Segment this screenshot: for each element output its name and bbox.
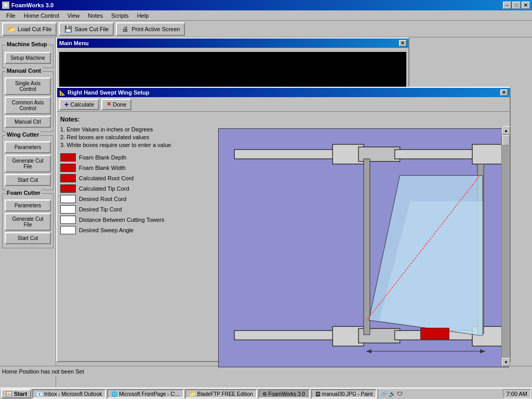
- svg-rect-4: [395, 150, 477, 159]
- legend-distance-label: Distance Between Cutting Towers: [79, 217, 164, 223]
- legend-calc-root-label: Calculated Root Cord: [79, 175, 134, 181]
- system-tray: 🔗 🔊 🛡: [378, 389, 405, 398]
- left-panel: Machine Setup Setup Machine Manual Cont …: [0, 37, 56, 388]
- save-cut-file-button[interactable]: 💾 Save Cut File: [59, 22, 114, 36]
- done-button[interactable]: ✕ Done: [101, 99, 131, 110]
- toolbar: 📂 Load Cut File 💾 Save Cut File 🖨 Print …: [0, 21, 532, 37]
- title-bar: ⚙ FoamWorks 3.0 ─ □ ✕: [0, 0, 532, 10]
- x-icon: ✕: [107, 101, 111, 108]
- foam-start-cut-button[interactable]: Start Cut: [5, 232, 51, 244]
- menu-scripts[interactable]: Scripts: [107, 11, 133, 20]
- legend-calc-tip-label: Calculated Tip Cord: [79, 185, 129, 192]
- close-button[interactable]: ✕: [522, 2, 530, 9]
- scroll-down-arrow[interactable]: ▼: [502, 358, 510, 366]
- dialog-close-button[interactable]: ✕: [500, 89, 508, 96]
- main-menu-title-text: Main Menu: [59, 40, 89, 46]
- legend-sweep-label: Desired Sweep Angle: [79, 227, 134, 233]
- taskbar-frontpage[interactable]: 🌐 Microsoft FrontPage - C:...: [107, 389, 184, 398]
- red-box-calc-tip: [60, 184, 76, 193]
- foam-cutter-group: Foam Cutter Parameters Generate CutFile …: [2, 193, 54, 248]
- taskbar-clock: 7:00 AM: [503, 389, 531, 398]
- load-cut-file-button[interactable]: 📂 Load Cut File: [2, 22, 57, 36]
- app-icon: ⚙: [2, 2, 9, 9]
- common-axis-control-button[interactable]: Common AxisControl: [5, 97, 51, 114]
- save-icon: 💾: [64, 25, 72, 33]
- legend-calc-root: Calculated Root Cord: [60, 174, 216, 182]
- print-active-screen-button[interactable]: 🖨 Print Active Screen: [116, 22, 185, 36]
- calculate-button[interactable]: + Calculate: [59, 99, 99, 110]
- main-menu-content: [57, 48, 408, 92]
- red-box-calc-root: [60, 174, 76, 182]
- menu-bar: File Home Control View Notes Scripts Hel…: [0, 10, 532, 21]
- outlook-icon: 📧: [36, 391, 43, 397]
- taskbar-foamworks[interactable]: ⚙ FoamWorks 3.0: [258, 389, 310, 398]
- notes-item-1: 1. Enter Values in inches or Degrees: [60, 126, 216, 132]
- taskbar-outlook[interactable]: 📧 Inbox - Microsoft Outlook: [32, 389, 106, 398]
- maximize-button[interactable]: □: [512, 2, 521, 9]
- setup-machine-button[interactable]: Setup Machine: [5, 52, 51, 64]
- start-button[interactable]: 🪟 Start: [1, 389, 31, 398]
- menu-view[interactable]: View: [63, 11, 84, 20]
- dialog-title-text: Right Hand Swept Wing Setup: [68, 89, 150, 96]
- wing-cutter-group: Wing Cutter Parameters Generate CutFile …: [2, 135, 54, 190]
- svg-rect-1: [234, 150, 338, 159]
- svg-rect-5: [472, 144, 503, 164]
- dialog-icon: 📐: [59, 90, 65, 96]
- app-title: FoamWorks 3.0: [11, 2, 54, 8]
- wing-cutter-title: Wing Cutter: [6, 131, 40, 138]
- foam-parameters-button[interactable]: Parameters: [5, 200, 51, 211]
- taskbar: 🪟 Start 📧 Inbox - Microsoft Outlook 🌐 Mi…: [0, 388, 532, 399]
- speaker-icon: 🔊: [389, 391, 396, 397]
- swept-wing-dialog: 📐 Right Hand Swept Wing Setup ✕ + Calcul…: [56, 87, 511, 362]
- white-box-distance: [60, 216, 76, 224]
- status-text: Home Position has not been Set: [2, 368, 84, 375]
- main-display-area: [59, 52, 406, 88]
- network-icon: 🔗: [380, 391, 388, 397]
- paint-icon: 🖼: [315, 391, 321, 397]
- red-box-foam-width: [60, 164, 76, 172]
- main-area: Machine Setup Setup Machine Manual Cont …: [0, 37, 532, 388]
- foam-generate-cut-file-button[interactable]: Generate CutFile: [5, 213, 51, 231]
- dialog-title-bar: 📐 Right Hand Swept Wing Setup ✕: [57, 88, 510, 97]
- taskbar-paint[interactable]: 🖼 manual30.JPG - Paint: [311, 389, 377, 398]
- menu-notes[interactable]: Notes: [84, 11, 107, 20]
- ftp-icon: 📁: [189, 391, 195, 397]
- legend-calc-tip: Calculated Tip Cord: [60, 184, 216, 193]
- scroll-thumb[interactable]: [502, 135, 510, 145]
- scrollbar[interactable]: ▲ ▼: [501, 126, 510, 366]
- manual-control-group: Manual Cont Single AxisControl Common Ax…: [2, 71, 54, 132]
- folder-open-icon: 📂: [7, 25, 16, 33]
- white-box-sweep: [60, 226, 76, 234]
- legend-foam-width-label: Foam Blank Width: [79, 165, 126, 171]
- svg-rect-11: [364, 159, 370, 335]
- manual-ctrl-button[interactable]: Manual Ctrl: [5, 116, 51, 128]
- legend-desired-tip-label: Desired Tip Cord: [79, 206, 122, 212]
- dialog-body: Notes: 1. Enter Values in inches or Degr…: [57, 112, 510, 366]
- print-icon: 🖨: [121, 25, 129, 33]
- title-controls: ─ □ ✕: [503, 2, 530, 9]
- wing-parameters-button[interactable]: Parameters: [5, 141, 51, 153]
- main-menu-close-button[interactable]: ✕: [399, 40, 406, 46]
- notes-title: Notes:: [60, 116, 216, 123]
- machine-setup-title: Machine Setup: [6, 41, 48, 47]
- legend-sweep: Desired Sweep Angle: [60, 226, 216, 234]
- scroll-up-arrow[interactable]: ▲: [502, 126, 510, 135]
- wing-start-cut-button[interactable]: Start Cut: [5, 174, 51, 186]
- legend-foam-depth: Foam Blank Depth: [60, 153, 216, 162]
- legend-foam-depth-label: Foam Blank Depth: [79, 154, 126, 161]
- menu-help[interactable]: Help: [133, 11, 153, 20]
- foam-cutter-title: Foam Cutter: [6, 190, 42, 196]
- taskbar-bladeftp[interactable]: 📁 BladeFTP FREE Edition: [185, 389, 257, 398]
- menu-file[interactable]: File: [2, 11, 20, 20]
- legend-section: Foam Blank Depth Foam Blank Width Calcul…: [60, 153, 216, 236]
- svg-rect-6: [234, 330, 338, 340]
- plus-icon: +: [64, 100, 69, 109]
- wing-diagram-svg: [219, 129, 509, 367]
- wing-generate-cut-file-button[interactable]: Generate CutFile: [5, 155, 51, 172]
- minimize-button[interactable]: ─: [503, 2, 511, 9]
- menu-home-control[interactable]: Home Control: [20, 11, 63, 20]
- single-axis-control-button[interactable]: Single AxisControl: [5, 77, 51, 95]
- notes-item-3: 3. White boxes require user to enter a v…: [60, 142, 216, 148]
- antivirus-icon: 🛡: [397, 391, 403, 397]
- notes-section: Notes: 1. Enter Values in inches or Degr…: [60, 116, 216, 150]
